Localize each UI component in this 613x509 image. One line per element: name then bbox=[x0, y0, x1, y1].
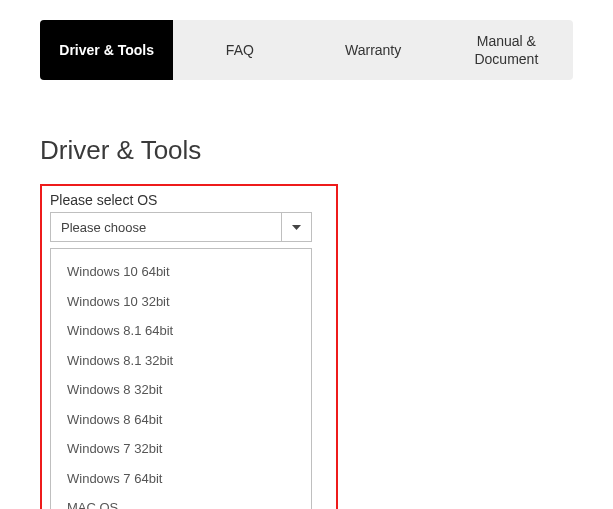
os-select-value: Please choose bbox=[51, 213, 281, 241]
tab-faq[interactable]: FAQ bbox=[173, 20, 306, 80]
os-option[interactable]: Windows 7 64bit bbox=[51, 464, 311, 494]
os-option[interactable]: Windows 8 32bit bbox=[51, 375, 311, 405]
os-option[interactable]: Windows 8.1 64bit bbox=[51, 316, 311, 346]
page-title: Driver & Tools bbox=[40, 135, 573, 166]
dropdown-arrow-icon bbox=[281, 213, 311, 241]
os-option[interactable]: Windows 8.1 32bit bbox=[51, 346, 311, 376]
tab-driver-tools[interactable]: Driver & Tools bbox=[40, 20, 173, 80]
os-option[interactable]: Windows 10 64bit bbox=[51, 257, 311, 287]
os-option[interactable]: MAC OS bbox=[51, 493, 311, 509]
os-option[interactable]: Windows 7 32bit bbox=[51, 434, 311, 464]
os-options-list: Windows 10 64bit Windows 10 32bit Window… bbox=[50, 248, 312, 509]
tab-manual-document[interactable]: Manual & Document bbox=[440, 20, 573, 80]
os-select[interactable]: Please choose bbox=[50, 212, 312, 242]
os-select-region: Please select OS Please choose Windows 1… bbox=[40, 184, 338, 509]
tab-warranty[interactable]: Warranty bbox=[307, 20, 440, 80]
os-option[interactable]: Windows 10 32bit bbox=[51, 287, 311, 317]
tab-bar: Driver & Tools FAQ Warranty Manual & Doc… bbox=[40, 20, 573, 80]
os-option[interactable]: Windows 8 64bit bbox=[51, 405, 311, 435]
os-select-label: Please select OS bbox=[50, 192, 328, 208]
